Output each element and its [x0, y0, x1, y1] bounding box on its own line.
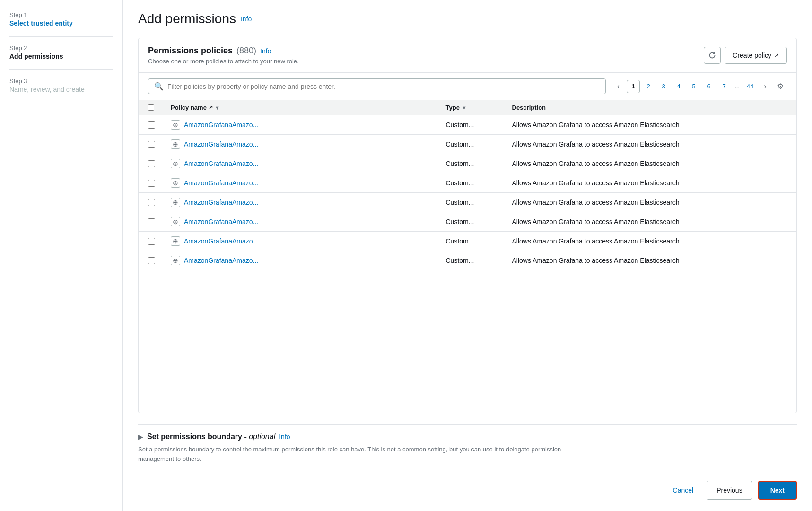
expand-icon-1[interactable]: ⊕ — [171, 139, 180, 149]
policy-name-cell-1: ⊕ AmazonGrafanaAmazo... — [171, 139, 446, 149]
step-1-label: Step 1 — [9, 11, 113, 18]
boundary-description: Set a permissions boundary to control th… — [138, 445, 564, 463]
desc-cell-2: Allows Amazon Grafana to access Amazon E… — [512, 160, 787, 167]
table-header: Policy name ↗ ▼ Type ▼ Description — [139, 100, 796, 115]
next-page-button[interactable]: › — [759, 80, 772, 93]
page-header: Add permissions Info — [138, 11, 797, 26]
expand-icon-4[interactable]: ⊕ — [171, 198, 180, 207]
type-cell-6: Custom... — [446, 237, 512, 245]
type-sort-icon[interactable]: ▼ — [462, 105, 467, 111]
boundary-title-italic: optional — [249, 433, 275, 441]
page-1-button[interactable]: 1 — [627, 80, 640, 93]
table-settings-button[interactable]: ⚙ — [774, 80, 787, 93]
row-checkbox-input-1[interactable] — [148, 141, 155, 148]
type-cell-2: Custom... — [446, 160, 512, 167]
expand-icon-5[interactable]: ⊕ — [171, 217, 180, 226]
boundary-info-link[interactable]: Info — [279, 433, 290, 441]
page-last-button[interactable]: 44 — [743, 80, 757, 93]
page-info-link[interactable]: Info — [241, 15, 252, 23]
desc-cell-4: Allows Amazon Grafana to access Amazon E… — [512, 199, 787, 206]
external-link-icon: ↗ — [774, 52, 779, 59]
boundary-header: ▶ Set permissions boundary - optional In… — [138, 433, 797, 441]
policy-name-cell-6: ⊕ AmazonGrafanaAmazo... — [171, 236, 446, 246]
type-cell-0: Custom... — [446, 121, 512, 129]
boundary-expand-icon[interactable]: ▶ — [138, 433, 143, 441]
boundary-title-prefix: Set permissions boundary - — [147, 433, 247, 441]
boundary-section: ▶ Set permissions boundary - optional In… — [138, 424, 797, 471]
step-2-title: Add permissions — [9, 52, 113, 60]
step-3-title: Name, review, and create — [9, 86, 113, 93]
type-header-label: Type — [446, 104, 460, 111]
table-row: ⊕ AmazonGrafanaAmazo... Custom... Allows… — [139, 115, 796, 135]
page-3-button[interactable]: 3 — [657, 80, 670, 93]
table-row: ⊕ AmazonGrafanaAmazo... Custom... Allows… — [139, 193, 796, 212]
page-4-button[interactable]: 4 — [672, 80, 685, 93]
permissions-title: Permissions policies — [148, 46, 233, 56]
boundary-title: Set permissions boundary - optional — [147, 433, 275, 441]
refresh-button[interactable] — [704, 47, 721, 64]
permissions-header-right: Create policy ↗ — [704, 47, 787, 64]
permissions-info-link[interactable]: Info — [260, 47, 271, 55]
step-3-label: Step 3 — [9, 78, 113, 85]
search-row: 🔍 ‹ 1 2 3 4 5 6 7 ... 44 › ⚙ — [139, 73, 796, 100]
row-checkbox-0 — [148, 121, 171, 129]
type-cell-3: Custom... — [446, 179, 512, 187]
desc-cell-1: Allows Amazon Grafana to access Amazon E… — [512, 140, 787, 148]
page-5-button[interactable]: 5 — [687, 80, 700, 93]
policy-link-6[interactable]: AmazonGrafanaAmazo... — [184, 237, 258, 245]
page-2-button[interactable]: 2 — [642, 80, 655, 93]
row-checkbox-5 — [148, 218, 171, 225]
policy-name-cell-7: ⊕ AmazonGrafanaAmazo... — [171, 256, 446, 265]
policy-name-cell-4: ⊕ AmazonGrafanaAmazo... — [171, 198, 446, 207]
table-row: ⊕ AmazonGrafanaAmazo... Custom... Allows… — [139, 154, 796, 173]
row-checkbox-input-4[interactable] — [148, 199, 155, 206]
step-1-title[interactable]: Select trusted entity — [9, 19, 113, 27]
search-input[interactable] — [167, 83, 600, 90]
policy-link-1[interactable]: AmazonGrafanaAmazo... — [184, 140, 258, 148]
row-checkbox-input-3[interactable] — [148, 180, 155, 187]
row-checkbox-input-5[interactable] — [148, 218, 155, 225]
expand-icon-3[interactable]: ⊕ — [171, 178, 180, 188]
row-checkbox-input-7[interactable] — [148, 257, 155, 264]
policy-link-0[interactable]: AmazonGrafanaAmazo... — [184, 121, 258, 129]
create-policy-label: Create policy — [733, 52, 771, 59]
policy-link-4[interactable]: AmazonGrafanaAmazo... — [184, 199, 258, 206]
prev-page-button[interactable]: ‹ — [611, 80, 625, 93]
policy-link-7[interactable]: AmazonGrafanaAmazo... — [184, 257, 258, 264]
page-7-button[interactable]: 7 — [717, 80, 731, 93]
type-header: Type ▼ — [446, 104, 512, 111]
sidebar: Step 1 Select trusted entity Step 2 Add … — [0, 0, 123, 511]
expand-icon-0[interactable]: ⊕ — [171, 120, 180, 130]
expand-icon-2[interactable]: ⊕ — [171, 159, 180, 168]
policy-link-2[interactable]: AmazonGrafanaAmazo... — [184, 160, 258, 167]
policy-name-header: Policy name ↗ ▼ — [171, 104, 446, 111]
row-checkbox-input-6[interactable] — [148, 238, 155, 245]
cancel-button[interactable]: Cancel — [665, 483, 701, 498]
row-checkbox-input-2[interactable] — [148, 160, 155, 167]
policy-name-header-label: Policy name — [171, 104, 207, 111]
expand-icon-6[interactable]: ⊕ — [171, 236, 180, 246]
type-cell-5: Custom... — [446, 218, 512, 225]
desc-cell-3: Allows Amazon Grafana to access Amazon E… — [512, 179, 787, 187]
divider-1 — [9, 36, 113, 37]
description-header: Description — [512, 104, 787, 111]
row-checkbox-3 — [148, 180, 171, 187]
row-checkbox-input-0[interactable] — [148, 121, 155, 129]
select-all-checkbox[interactable] — [148, 104, 154, 111]
row-checkbox-1 — [148, 141, 171, 148]
desc-cell-7: Allows Amazon Grafana to access Amazon E… — [512, 257, 787, 264]
previous-button[interactable]: Previous — [707, 481, 752, 500]
desc-cell-5: Allows Amazon Grafana to access Amazon E… — [512, 218, 787, 225]
step-3: Step 3 Name, review, and create — [9, 78, 113, 93]
policy-link-3[interactable]: AmazonGrafanaAmazo... — [184, 179, 258, 187]
pagination: ‹ 1 2 3 4 5 6 7 ... 44 › ⚙ — [611, 80, 787, 93]
policy-link-5[interactable]: AmazonGrafanaAmazo... — [184, 218, 258, 225]
page-6-button[interactable]: 6 — [702, 80, 716, 93]
next-button[interactable]: Next — [758, 481, 797, 500]
permissions-count: (880) — [236, 46, 256, 56]
expand-icon-7[interactable]: ⊕ — [171, 256, 180, 265]
sort-icon[interactable]: ▼ — [215, 105, 220, 111]
refresh-icon — [708, 52, 716, 59]
create-policy-button[interactable]: Create policy ↗ — [725, 47, 787, 64]
row-checkbox-7 — [148, 257, 171, 264]
